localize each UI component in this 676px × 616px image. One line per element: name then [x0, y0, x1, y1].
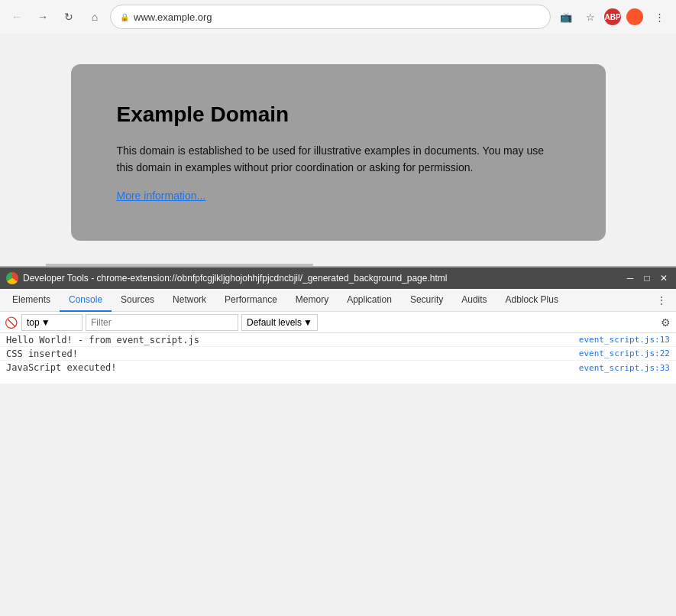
tab-application[interactable]: Application — [338, 289, 401, 312]
log-level-value: Default levels — [247, 317, 302, 328]
example-domain-card: Example Domain This domain is establishe… — [71, 64, 606, 241]
devtools-tabs: Elements Console Sources Network Perform… — [0, 289, 676, 312]
page-heading: Example Domain — [117, 102, 560, 127]
browser-chrome: ← → ↻ ⌂ 🔒 www.example.org 📺 ☆ ABP ⋮ — [0, 0, 676, 34]
lock-icon: 🔒 — [120, 13, 129, 21]
tab-network[interactable]: Network — [163, 289, 215, 312]
log-level-select[interactable]: Default levels ▼ — [241, 314, 318, 331]
devtools-tab-more[interactable]: ⋮ — [650, 289, 673, 312]
browser-toolbar: ← → ↻ ⌂ 🔒 www.example.org 📺 ☆ ABP ⋮ — [0, 0, 676, 34]
console-settings-button[interactable]: ⚙ — [658, 315, 673, 330]
back-button[interactable]: ← — [6, 6, 27, 28]
more-info-link[interactable]: More information... — [117, 190, 206, 202]
devtools-minimize-button[interactable]: ─ — [624, 272, 636, 284]
tab-sources[interactable]: Sources — [112, 289, 163, 312]
forward-button[interactable]: → — [32, 6, 53, 28]
chrome-icon — [6, 272, 18, 284]
menu-button[interactable]: ⋮ — [649, 6, 670, 28]
console-source-link[interactable]: event_script.js:13 — [579, 335, 670, 345]
devtools-title: Developer Tools - chrome-extension://obn… — [23, 273, 619, 284]
reload-button[interactable]: ↻ — [58, 6, 79, 28]
address-bar[interactable]: 🔒 www.example.org — [110, 5, 551, 29]
home-button[interactable]: ⌂ — [84, 6, 105, 28]
context-dropdown-icon: ▼ — [41, 317, 50, 328]
devtools-maximize-button[interactable]: □ — [641, 272, 653, 284]
tab-audits[interactable]: Audits — [452, 289, 496, 312]
toolbar-icons: 📺 ☆ ABP ⋮ — [555, 6, 670, 28]
console-message-text: CSS inserted! — [6, 349, 78, 359]
abp-button[interactable]: ABP — [604, 8, 621, 25]
url-text: www.example.org — [134, 11, 541, 23]
tab-performance[interactable]: Performance — [215, 289, 286, 312]
console-log-row: Hello World! - from event_script.jsevent… — [0, 333, 676, 347]
devtools-panel: Developer Tools - chrome-extension://obn… — [0, 266, 676, 384]
tab-memory[interactable]: Memory — [286, 289, 338, 312]
tab-console[interactable]: Console — [60, 289, 112, 312]
console-clear-button[interactable]: 🚫 — [3, 315, 18, 330]
console-source-link[interactable]: event_script.js:22 — [579, 349, 670, 358]
brave-button[interactable] — [624, 6, 645, 28]
console-message-text: JavaScript executed! — [6, 362, 117, 373]
brave-icon — [626, 8, 643, 25]
console-log-row: JavaScript executed!event_script.js:33 — [0, 361, 676, 374]
console-log-row: CSS inserted!event_script.js:22 — [0, 347, 676, 361]
page-paragraph: This domain is established to be used fo… — [117, 142, 560, 177]
tab-elements[interactable]: Elements — [3, 289, 60, 312]
console-output: Hello World! - from event_script.jsevent… — [0, 333, 676, 384]
log-level-dropdown-icon: ▼ — [303, 317, 312, 328]
cast-icon-button[interactable]: 📺 — [555, 6, 577, 28]
context-value: top — [27, 317, 40, 328]
tab-adblock-plus[interactable]: Adblock Plus — [496, 289, 568, 312]
devtools-close-button[interactable]: ✕ — [658, 272, 670, 284]
console-filter-input[interactable] — [86, 314, 238, 331]
bookmark-button[interactable]: ☆ — [580, 6, 601, 28]
browser-content: Example Domain This domain is establishe… — [0, 34, 676, 384]
devtools-title-bar: Developer Tools - chrome-extension://obn… — [0, 267, 676, 289]
console-message-text: Hello World! - from event_script.js — [6, 335, 199, 345]
console-source-link[interactable]: event_script.js:33 — [579, 363, 670, 373]
console-toolbar: 🚫 top ▼ Default levels ▼ ⚙ — [0, 312, 676, 333]
context-select[interactable]: top ▼ — [21, 314, 82, 331]
tab-security[interactable]: Security — [401, 289, 452, 312]
